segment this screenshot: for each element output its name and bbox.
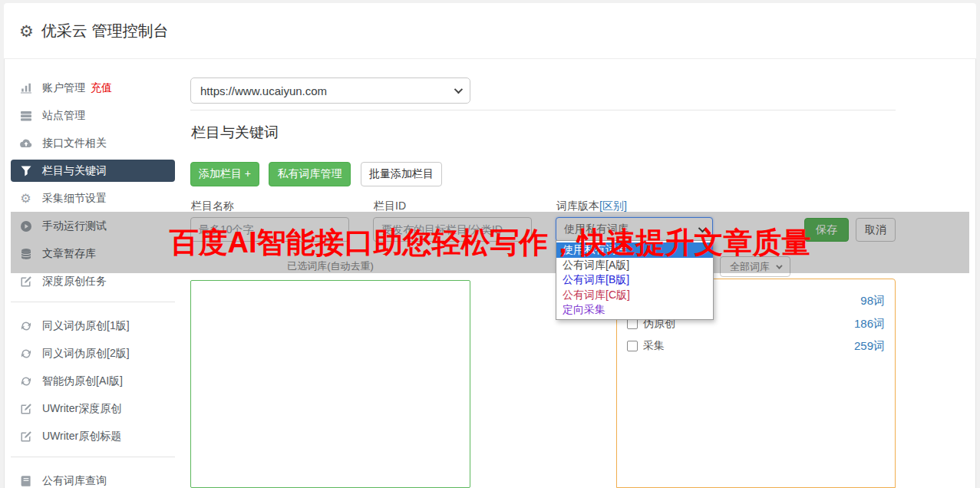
dict-checkbox[interactable] <box>627 341 638 351</box>
site-url-value: https://www.ucaiyun.com <box>200 84 454 97</box>
sidebar-item-label: 栏目与关键词 <box>42 164 107 178</box>
book-icon <box>19 474 32 487</box>
dropdown-option[interactable]: 定向采集 <box>556 302 713 318</box>
chevron-down-icon <box>454 85 463 94</box>
sidebar-item-label: 接口文件相关 <box>42 137 107 150</box>
section-divider <box>190 110 896 110</box>
sidebar-item-label: UWriter深度原创 <box>42 402 121 416</box>
sidebar-item-synonym-rewrite-1[interactable]: 同义词伪原创[1版] <box>11 315 175 337</box>
sidebar-item-label: 深度原创任务 <box>42 275 107 289</box>
recharge-link[interactable]: 充值 <box>91 81 112 95</box>
sidebar-item-sites[interactable]: 站点管理 <box>11 104 175 127</box>
refresh-icon <box>19 347 32 360</box>
refresh-icon <box>19 319 32 332</box>
sidebar-item-ai-rewrite[interactable]: 智能伪原创[AI版] <box>11 370 175 392</box>
dict-label: 采集 <box>643 339 854 353</box>
sidebar-item-label: 采集细节设置 <box>42 192 107 206</box>
sidebar-item-interface-files[interactable]: 接口文件相关 <box>11 132 175 154</box>
cloud-upload-icon <box>19 137 32 150</box>
promo-overlay-text: 百度AI智能接口助您轻松写作，快速提升文章质量 <box>11 224 969 261</box>
app-title: 优采云 管理控制台 <box>41 21 169 41</box>
refresh-icon <box>19 374 32 387</box>
sidebar-item-label: 同义词伪原创[2版] <box>42 347 130 361</box>
dict-row: 采集259词 <box>627 338 885 354</box>
sidebar-item-account[interactable]: 账户管理充值 <box>11 77 175 99</box>
funnel-icon <box>19 164 32 177</box>
batch-add-column-button[interactable]: 批量添加栏目 <box>361 162 442 186</box>
sidebar-item-label: 站点管理 <box>42 109 85 123</box>
selected-dict-box[interactable] <box>190 280 470 488</box>
sidebar-item-public-dict-query[interactable]: 公有词库查询 <box>11 470 175 488</box>
edit-icon <box>19 275 32 288</box>
dropdown-option[interactable]: 公有词库[C版] <box>556 288 713 303</box>
sidebar-item-synonym-rewrite-2[interactable]: 同义词伪原创[2版] <box>11 342 175 364</box>
dict-count: 259词 <box>854 339 885 354</box>
sidebar-item-label: 账户管理 <box>42 81 85 95</box>
sidebar-item-label: UWriter原创标题 <box>42 430 121 443</box>
sidebar-divider <box>11 302 175 302</box>
sidebar-item-label: 同义词伪原创[1版] <box>42 319 130 333</box>
dropdown-option[interactable]: 公有词库[B版] <box>556 272 713 288</box>
sidebar-item-deep-original-task[interactable]: 深度原创任务 <box>11 270 175 292</box>
page-title: 栏目与关键词 <box>191 123 279 143</box>
chart-icon <box>19 81 32 94</box>
dict-count: 186词 <box>854 317 885 331</box>
sidebar-item-uwriter-deep[interactable]: UWriter深度原创 <box>11 397 175 420</box>
private-dict-manage-button[interactable]: 私有词库管理 <box>269 162 351 186</box>
sidebar-item-label: 智能伪原创[AI版] <box>42 374 123 388</box>
app-header: ⚙ 优采云 管理控制台 <box>4 3 976 59</box>
sidebar-item-columns-keywords[interactable]: 栏目与关键词 <box>11 160 175 182</box>
edit-icon <box>19 402 32 415</box>
dict-checkbox[interactable] <box>627 318 638 329</box>
app-root: ⚙ 优采云 管理控制台 账户管理充值站点管理接口文件相关栏目与关键词⚙采集细节设… <box>0 0 980 488</box>
sidebar-item-uwriter-title[interactable]: UWriter原创标题 <box>11 425 175 447</box>
dict-count: 98词 <box>860 294 885 308</box>
sidebar-item-label: 公有词库查询 <box>42 474 107 488</box>
dict-version-diff-link[interactable]: [区别] <box>599 199 627 212</box>
site-url-select[interactable]: https://www.ucaiyun.com <box>190 77 470 104</box>
sidebar-divider <box>11 457 175 457</box>
sidebar: 账户管理充值站点管理接口文件相关栏目与关键词⚙采集细节设置手动运行测试文章暂存库… <box>11 77 175 488</box>
gear-icon: ⚙ <box>19 23 34 39</box>
add-column-button[interactable]: 添加栏目 + <box>190 162 259 186</box>
server-icon <box>19 109 32 122</box>
edit-icon <box>19 430 32 443</box>
sidebar-item-collect-settings[interactable]: ⚙采集细节设置 <box>11 187 175 209</box>
gears-icon: ⚙ <box>19 192 32 205</box>
